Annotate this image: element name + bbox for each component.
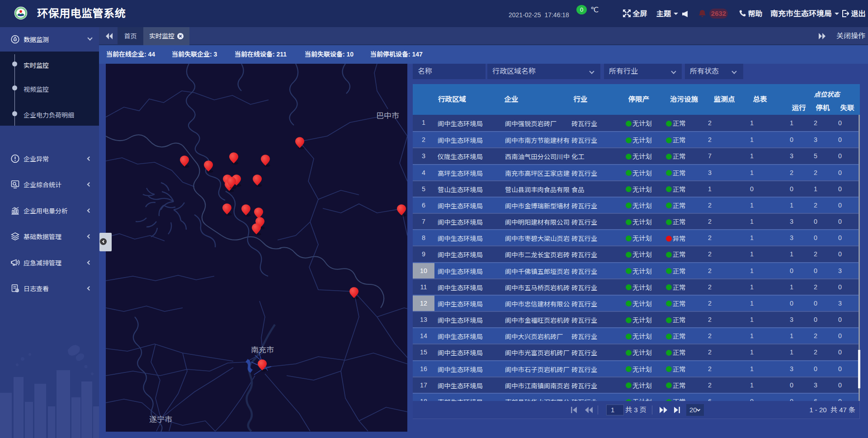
svg-text:南充市: 南充市: [251, 346, 274, 354]
svg-text:遂宁市: 遂宁市: [149, 415, 172, 424]
svg-text:巴中市: 巴中市: [376, 112, 399, 120]
